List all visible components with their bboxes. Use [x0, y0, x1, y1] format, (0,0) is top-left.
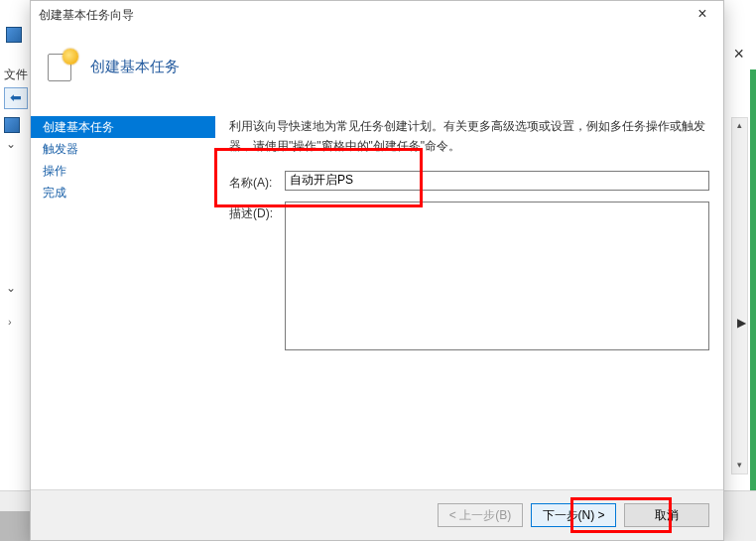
name-label: 名称(A):	[229, 171, 285, 192]
step-create-basic-task[interactable]: 创建基本任务	[31, 116, 215, 138]
close-button[interactable]: ×	[682, 1, 723, 29]
titlebar[interactable]: 创建基本任务向导 ×	[31, 1, 723, 29]
tree-collapsed-icon[interactable]: ›	[8, 316, 12, 328]
back-arrow-icon[interactable]: ⬅	[4, 87, 28, 109]
parent-close-icon[interactable]: ×	[733, 44, 744, 65]
wizard-icon	[45, 51, 76, 82]
desktop-corner	[0, 511, 30, 541]
description-input[interactable]	[285, 202, 709, 350]
step-trigger[interactable]: 触发器	[31, 138, 215, 160]
wizard-body: 创建基本任务 触发器 操作 完成 利用该向导快速地为常见任务创建计划。有关更多高…	[31, 96, 723, 490]
step-action[interactable]: 操作	[31, 160, 215, 182]
parent-scrollbar[interactable]: ▴ ▾	[731, 117, 748, 474]
tree-root-icon[interactable]	[4, 117, 20, 133]
app-icon	[6, 27, 22, 43]
wizard-steps: 创建基本任务 触发器 操作 完成	[31, 96, 215, 490]
name-row: 名称(A):	[229, 171, 709, 192]
background-color-strip	[750, 69, 756, 506]
next-button[interactable]: 下一步(N) >	[531, 503, 616, 527]
window-title: 创建基本任务向导	[39, 8, 134, 22]
wizard-dialog: 创建基本任务向导 × 创建基本任务 创建基本任务 触发器 操作 完成 利用该向导…	[30, 0, 724, 541]
wizard-header: 创建基本任务	[31, 29, 723, 96]
intro-text: 利用该向导快速地为常见任务创建计划。有关更多高级选项或设置，例如多任务操作或触发…	[229, 116, 709, 157]
new-badge-icon	[63, 49, 78, 65]
tree-expand-icon[interactable]: ⌄	[4, 137, 18, 151]
step-finish[interactable]: 完成	[31, 182, 215, 203]
description-label: 描述(D):	[229, 202, 285, 222]
wizard-header-title: 创建基本任务	[90, 58, 180, 76]
description-row: 描述(D):	[229, 202, 709, 353]
name-input[interactable]	[285, 171, 709, 191]
scroll-up-icon[interactable]: ▴	[732, 118, 747, 134]
tree-expand-icon-2[interactable]: ⌄	[4, 281, 18, 295]
wizard-main: 利用该向导快速地为常见任务创建计划。有关更多高级选项或设置，例如多任务操作或触发…	[215, 96, 723, 490]
wizard-footer: < 上一步(B) 下一步(N) > 取消	[31, 489, 723, 540]
actions-arrow-icon[interactable]: ▶	[737, 316, 746, 330]
scroll-down-icon[interactable]: ▾	[732, 458, 747, 473]
file-menu-label[interactable]: 文件	[4, 67, 30, 83]
back-button: < 上一步(B)	[438, 503, 523, 527]
cancel-button[interactable]: 取消	[624, 503, 709, 527]
